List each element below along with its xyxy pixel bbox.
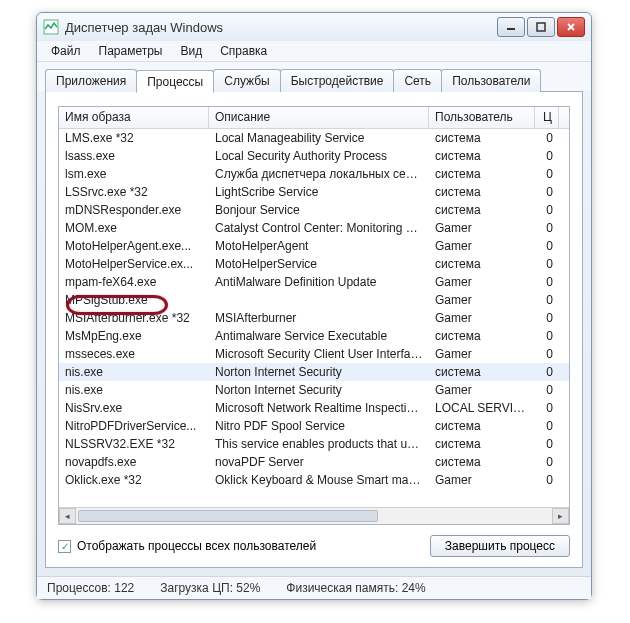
horizontal-scrollbar[interactable]: ◂ ▸ xyxy=(59,507,569,524)
cell-name: MsMpEng.exe xyxy=(59,328,209,344)
cell-cpu: 0 xyxy=(535,238,559,254)
tab-3[interactable]: Быстродействие xyxy=(280,69,395,92)
cell-user: LOCAL SERVICE xyxy=(429,400,535,416)
cell-desc: Oklick Keyboard & Mouse Smart manager xyxy=(209,472,429,488)
cell-user: система xyxy=(429,436,535,452)
table-row[interactable]: nis.exeNorton Internet Securityсистема0 xyxy=(59,363,569,381)
cell-desc: Bonjour Service xyxy=(209,202,429,218)
column-image-name[interactable]: Имя образа xyxy=(59,107,209,128)
table-row[interactable]: mpam-feX64.exeAntiMalware Definition Upd… xyxy=(59,273,569,291)
cell-desc: LightScribe Service xyxy=(209,184,429,200)
cell-name: MSIAfterburner.exe *32 xyxy=(59,310,209,326)
table-row[interactable]: MsMpEng.exeAntimalware Service Executabl… xyxy=(59,327,569,345)
cell-name: lsm.exe xyxy=(59,166,209,182)
table-row[interactable]: LSSrvc.exe *32LightScribe Serviceсистема… xyxy=(59,183,569,201)
column-description[interactable]: Описание xyxy=(209,107,429,128)
cell-cpu: 0 xyxy=(535,346,559,362)
tab-2[interactable]: Службы xyxy=(213,69,280,92)
cell-name: lsass.exe xyxy=(59,148,209,164)
svg-rect-2 xyxy=(537,23,545,31)
menu-view[interactable]: Вид xyxy=(172,42,210,60)
cell-desc: MSIAfterburner xyxy=(209,310,429,326)
app-icon xyxy=(43,19,59,35)
cell-name: MOM.exe xyxy=(59,220,209,236)
minimize-button[interactable] xyxy=(497,17,525,37)
cell-cpu: 0 xyxy=(535,166,559,182)
tab-0[interactable]: Приложения xyxy=(45,69,137,92)
cell-desc: Nitro PDF Spool Service xyxy=(209,418,429,434)
cell-user: система xyxy=(429,130,535,146)
cell-user: система xyxy=(429,418,535,434)
menu-file[interactable]: Файл xyxy=(43,42,89,60)
cell-desc: AntiMalware Definition Update xyxy=(209,274,429,290)
tab-1[interactable]: Процессы xyxy=(136,70,214,93)
cell-user: система xyxy=(429,454,535,470)
status-process-count: Процессов: 122 xyxy=(47,581,134,595)
table-row[interactable]: lsm.exeСлужба диспетчера локальных сеанс… xyxy=(59,165,569,183)
tab-4[interactable]: Сеть xyxy=(393,69,442,92)
tab-strip: ПриложенияПроцессыСлужбыБыстродействиеСе… xyxy=(37,62,591,91)
table-row[interactable]: MotoHelperAgent.exe...MotoHelperAgentGam… xyxy=(59,237,569,255)
show-all-users-checkbox[interactable]: ✓ Отображать процессы всех пользователей xyxy=(58,539,316,553)
window-controls xyxy=(497,17,585,37)
table-row[interactable]: LMS.exe *32Local Manageability Serviceси… xyxy=(59,129,569,147)
table-row[interactable]: MotoHelperService.ex...MotoHelperService… xyxy=(59,255,569,273)
cell-user: система xyxy=(429,256,535,272)
listview-header: Имя образа Описание Пользователь Ц xyxy=(59,107,569,129)
menu-options[interactable]: Параметры xyxy=(91,42,171,60)
cell-cpu: 0 xyxy=(535,400,559,416)
table-row[interactable]: MPSigStub.exeGamer0 xyxy=(59,291,569,309)
cell-desc: novaPDF Server xyxy=(209,454,429,470)
menubar: Файл Параметры Вид Справка xyxy=(37,41,591,62)
cell-name: Oklick.exe *32 xyxy=(59,472,209,488)
cell-desc: Microsoft Security Client User Interface xyxy=(209,346,429,362)
cell-user: система xyxy=(429,184,535,200)
cell-name: NitroPDFDriverService... xyxy=(59,418,209,434)
cell-user: Gamer xyxy=(429,220,535,236)
cell-cpu: 0 xyxy=(535,148,559,164)
table-row[interactable]: NLSSRV32.EXE *32This service enables pro… xyxy=(59,435,569,453)
table-row[interactable]: mDNSResponder.exeBonjour Serviceсистема0 xyxy=(59,201,569,219)
cell-user: Gamer xyxy=(429,274,535,290)
menu-help[interactable]: Справка xyxy=(212,42,275,60)
column-cpu[interactable]: Ц xyxy=(535,107,559,128)
statusbar: Процессов: 122 Загрузка ЦП: 52% Физическ… xyxy=(37,576,591,599)
table-row[interactable]: Oklick.exe *32Oklick Keyboard & Mouse Sm… xyxy=(59,471,569,489)
titlebar[interactable]: Диспетчер задач Windows xyxy=(37,13,591,41)
scroll-thumb[interactable] xyxy=(78,510,378,522)
cell-cpu: 0 xyxy=(535,382,559,398)
table-row[interactable]: NisSrv.exeMicrosoft Network Realtime Ins… xyxy=(59,399,569,417)
cell-cpu: 0 xyxy=(535,184,559,200)
scroll-right-button[interactable]: ▸ xyxy=(552,508,569,524)
end-process-button[interactable]: Завершить процесс xyxy=(430,535,570,557)
cell-user: система xyxy=(429,148,535,164)
cell-desc: Norton Internet Security xyxy=(209,382,429,398)
process-listview[interactable]: Имя образа Описание Пользователь Ц LMS.e… xyxy=(58,106,570,525)
tab-5[interactable]: Пользователи xyxy=(441,69,541,92)
column-user[interactable]: Пользователь xyxy=(429,107,535,128)
cell-cpu: 0 xyxy=(535,436,559,452)
listview-body[interactable]: LMS.exe *32Local Manageability Serviceси… xyxy=(59,129,569,507)
cell-desc: MotoHelperAgent xyxy=(209,238,429,254)
close-button[interactable] xyxy=(557,17,585,37)
cell-desc: Catalyst Control Center: Monitoring prog… xyxy=(209,220,429,236)
table-row[interactable]: MOM.exeCatalyst Control Center: Monitori… xyxy=(59,219,569,237)
table-row[interactable]: NitroPDFDriverService...Nitro PDF Spool … xyxy=(59,417,569,435)
checkbox-icon: ✓ xyxy=(58,540,71,553)
table-row[interactable]: nis.exeNorton Internet SecurityGamer0 xyxy=(59,381,569,399)
table-row[interactable]: msseces.exeMicrosoft Security Client Use… xyxy=(59,345,569,363)
maximize-button[interactable] xyxy=(527,17,555,37)
panel-footer: ✓ Отображать процессы всех пользователей… xyxy=(58,535,570,557)
cell-desc: MotoHelperService xyxy=(209,256,429,272)
cell-user: Gamer xyxy=(429,346,535,362)
scroll-left-button[interactable]: ◂ xyxy=(59,508,76,524)
cell-user: Gamer xyxy=(429,292,535,308)
cell-name: MotoHelperAgent.exe... xyxy=(59,238,209,254)
table-row[interactable]: lsass.exeLocal Security Authority Proces… xyxy=(59,147,569,165)
cell-desc: Antimalware Service Executable xyxy=(209,328,429,344)
cell-name: LMS.exe *32 xyxy=(59,130,209,146)
table-row[interactable]: MSIAfterburner.exe *32MSIAfterburnerGame… xyxy=(59,309,569,327)
cell-name: nis.exe xyxy=(59,382,209,398)
table-row[interactable]: novapdfs.exenovaPDF Serverсистема0 xyxy=(59,453,569,471)
cell-name: nis.exe xyxy=(59,364,209,380)
